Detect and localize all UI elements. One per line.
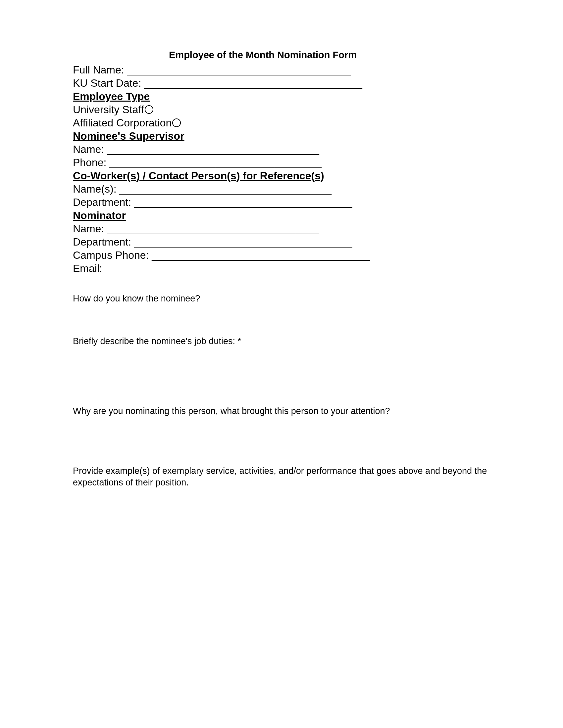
coworker-names-field[interactable]: Name(s): _______________________________… — [73, 182, 490, 196]
coworker-department-field[interactable]: Department: ____________________________… — [73, 196, 490, 209]
question-exemplary-service: Provide example(s) of exemplary service,… — [73, 465, 490, 488]
nominator-campus-phone-field[interactable]: Campus Phone: __________________________… — [73, 249, 490, 262]
employee-type-option-affiliated-corporation[interactable]: Affiliated Corporation — [73, 116, 490, 129]
nominator-department-field[interactable]: Department: ____________________________… — [73, 235, 490, 249]
supervisor-name-field[interactable]: Name: __________________________________… — [73, 143, 490, 156]
radio-circle-icon[interactable] — [145, 105, 153, 114]
radio-circle-icon[interactable] — [172, 118, 181, 127]
nominator-name-field[interactable]: Name: __________________________________… — [73, 222, 490, 235]
nominator-header: Nominator — [73, 209, 490, 222]
form-title: Employee of the Month Nomination Form — [169, 50, 490, 61]
employee-type-option-university-staff[interactable]: University Staff — [73, 103, 490, 116]
question-why-nominating: Why are you nominating this person, what… — [73, 405, 490, 417]
nominator-email-field[interactable]: Email: — [73, 262, 490, 275]
option-label: Affiliated Corporation — [73, 116, 171, 129]
full-name-field[interactable]: Full Name: _____________________________… — [73, 63, 490, 76]
question-job-duties: Briefly describe the nominee's job dutie… — [73, 336, 490, 347]
option-label: University Staff — [73, 103, 144, 116]
supervisor-phone-field[interactable]: Phone: _________________________________… — [73, 156, 490, 169]
coworker-header: Co-Worker(s) / Contact Person(s) for Ref… — [73, 169, 490, 182]
employee-type-header: Employee Type — [73, 90, 490, 103]
question-how-know-nominee: How do you know the nominee? — [73, 293, 490, 304]
ku-start-date-field[interactable]: KU Start Date: _________________________… — [73, 76, 490, 90]
supervisor-header: Nominee's Supervisor — [73, 129, 490, 143]
